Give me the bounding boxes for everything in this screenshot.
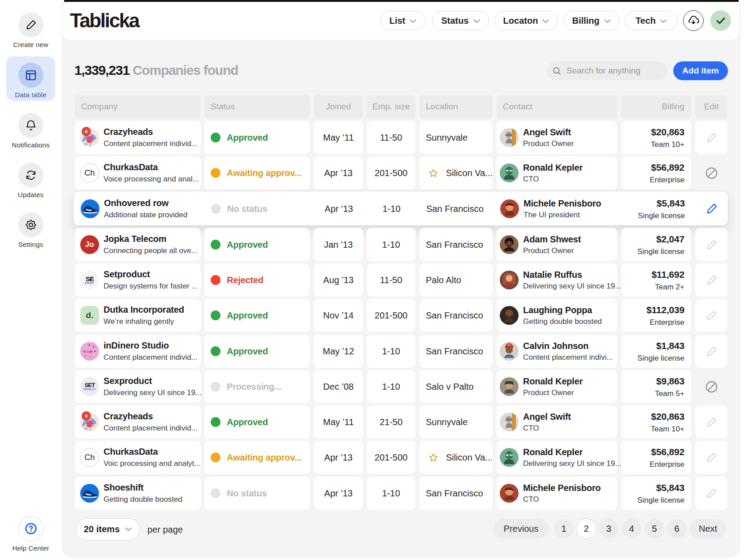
svg-text:C LOR: C LOR xyxy=(84,350,93,353)
